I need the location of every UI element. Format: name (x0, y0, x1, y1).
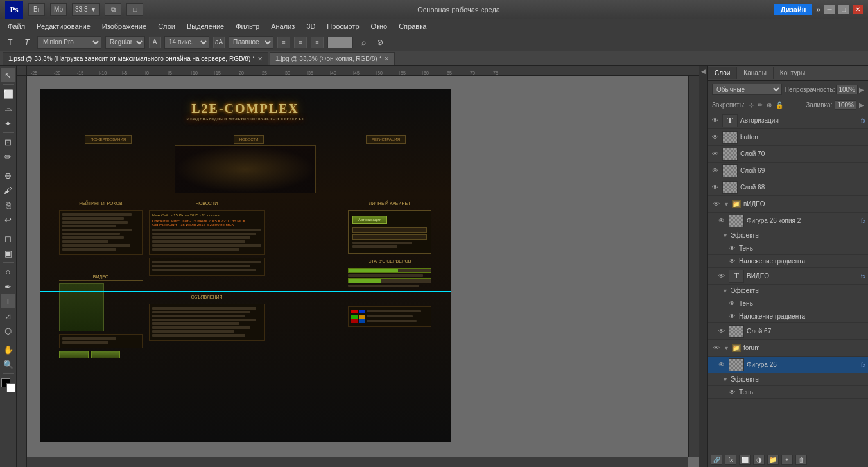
expand-icon[interactable]: » (816, 5, 820, 14)
group-arrow-video[interactable]: ▼ (724, 201, 729, 207)
lock-pos-icon[interactable]: ⊹ (749, 101, 754, 109)
lock-move-icon[interactable]: ⊕ (767, 101, 772, 109)
menu-edit[interactable]: Редактирование (31, 21, 96, 31)
fill-value[interactable]: 100% (835, 100, 856, 110)
layer-vis-video-group[interactable]: 👁 (712, 200, 721, 209)
tool-colors[interactable] (1, 378, 15, 392)
layer-new-btn[interactable]: + (781, 455, 793, 465)
layer-item-69[interactable]: 👁 Слой 69 (708, 163, 868, 179)
layer-style-btn[interactable]: fx (725, 455, 736, 465)
tool-move[interactable]: ↖ (1, 68, 15, 82)
tool-healing[interactable]: ⊕ (1, 168, 15, 182)
menu-view[interactable]: Просмотр (322, 21, 364, 31)
tool-eyedropper[interactable]: ✏ (1, 150, 15, 164)
menu-window[interactable]: Окно (366, 21, 393, 31)
layer-item-shadow-3[interactable]: 👁 Тень (708, 386, 868, 399)
layer-item-gradient-2[interactable]: 👁 Наложение градиента (708, 310, 868, 323)
panel-tab-paths[interactable]: Контуры (774, 67, 812, 79)
screen-btn[interactable]: □ (126, 3, 143, 16)
tool-lasso[interactable]: ⌓ (1, 101, 15, 116)
panel-tab-layers[interactable]: Слои (708, 67, 737, 79)
layer-item-video-text[interactable]: 👁 T ВИДЕО fx (708, 268, 868, 285)
layer-item-fig26[interactable]: 👁 Фигура 26 fx (708, 357, 868, 373)
layer-adj-btn[interactable]: ◑ (753, 455, 765, 465)
aa-select[interactable]: Плавное (229, 36, 273, 49)
effects-arrow-1[interactable]: ▼ (722, 233, 728, 239)
menu-analysis[interactable]: Анализ (266, 21, 300, 31)
close-btn[interactable]: ✕ (853, 5, 863, 14)
cancel-icon[interactable]: ⊘ (374, 36, 386, 49)
layer-item-authorization[interactable]: 👁 T Авторизация fx (708, 112, 868, 129)
font-family-select[interactable]: Minion Pro (37, 36, 101, 49)
menu-3d[interactable]: 3D (301, 21, 320, 31)
opacity-arrow[interactable]: ▶ (859, 86, 864, 93)
zoom-dropdown[interactable]: 33,3 ▼ (72, 3, 100, 16)
tool-pen[interactable]: ✒ (1, 279, 15, 294)
layer-mask-btn[interactable]: ⬜ (739, 455, 751, 465)
layer-vis-forum-group[interactable]: 👁 (712, 344, 721, 353)
layers-list[interactable]: 👁 T Авторизация fx 👁 button (708, 112, 868, 452)
doc-tab-1-close[interactable]: ✕ (257, 55, 263, 62)
tool-hand[interactable]: ✋ (1, 342, 15, 357)
tool-shape[interactable]: ⬡ (1, 324, 15, 338)
layer-vis-shadow-3[interactable]: 👁 (727, 388, 736, 397)
layer-vis-shadow-1[interactable]: 👁 (727, 244, 736, 253)
tool-stamp[interactable]: ⎘ (1, 198, 15, 212)
minibridge-btn[interactable]: Mb (50, 3, 67, 16)
tool-crop[interactable]: ⊡ (1, 135, 15, 149)
layer-vis-fig26c2[interactable]: 👁 (717, 216, 726, 225)
panel-tab-channels[interactable]: Каналы (737, 67, 774, 79)
menu-select[interactable]: Выделение (182, 21, 229, 31)
minimize-btn[interactable]: ─ (824, 5, 835, 14)
doc-tab-2[interactable]: 1.jpg @ 33,3% (Фон копия, RGB/8) * ✕ (270, 52, 395, 65)
align-left-btn[interactable]: ≡ (277, 37, 290, 48)
layer-vis-fig26[interactable]: 👁 (717, 360, 726, 369)
font-size-select[interactable]: 14 пикс. (164, 36, 209, 49)
layer-vis-68[interactable]: 👁 (711, 183, 720, 192)
canvas-content[interactable]: L2E-COMPLEX МЕЖДУНАРОДНЫЙ МУЛЬТИЛЕНГВАЛЬ… (27, 76, 699, 454)
group-arrow-forum[interactable]: ▼ (724, 345, 729, 351)
text-color-box[interactable] (327, 37, 353, 48)
layer-vis-69[interactable]: 👁 (711, 166, 720, 175)
layer-vis-video-text[interactable]: 👁 (717, 272, 726, 281)
menu-image[interactable]: Изображение (97, 21, 152, 31)
layer-item-fig26c2[interactable]: 👁 Фигура 26 копия 2 fx (708, 213, 868, 229)
menu-file[interactable]: Файл (3, 21, 30, 31)
tool-zoom[interactable]: 🔍 (1, 357, 15, 371)
layer-item-effects-3[interactable]: ▼ Эффекты (708, 373, 868, 386)
layer-vis-70[interactable]: 👁 (711, 150, 720, 159)
layer-item-67[interactable]: 👁 Слой 67 (708, 323, 868, 340)
canvas-image[interactable]: L2E-COMPLEX МЕЖДУНАРОДНЫЙ МУЛЬТИЛЕНГВАЛЬ… (40, 89, 451, 442)
layer-item-70[interactable]: 👁 Слой 70 (708, 146, 868, 163)
layer-item-video-group[interactable]: 👁 ▼ 📁 вИДЕО (708, 196, 868, 213)
opacity-value[interactable]: 100% (836, 85, 858, 94)
layer-delete-btn[interactable]: 🗑 (795, 455, 807, 465)
layer-item-shadow-1[interactable]: 👁 Тень (708, 242, 868, 255)
blend-mode-select[interactable]: Обычные (712, 84, 782, 95)
layer-link-btn[interactable]: 🔗 (711, 455, 722, 465)
tool-marquee[interactable]: ⬜ (1, 87, 15, 101)
layer-item-button[interactable]: 👁 button (708, 129, 868, 146)
maximize-btn[interactable]: □ (838, 5, 849, 14)
workspace-design-btn[interactable]: Дизайн (774, 4, 812, 15)
doc-tab-2-close[interactable]: ✕ (384, 55, 389, 62)
layer-item-effects-1[interactable]: ▼ Эффекты (708, 229, 868, 242)
effects-arrow-2[interactable]: ▼ (722, 288, 728, 294)
effects-arrow-3[interactable]: ▼ (722, 376, 728, 383)
doc-tab-1[interactable]: 1.psd @ 33,3% (Нагрузка зависит от макси… (3, 52, 268, 65)
bridge-btn[interactable]: Br (28, 3, 45, 16)
layer-vis-67[interactable]: 👁 (717, 327, 726, 336)
layer-vis-shadow-2[interactable]: 👁 (727, 299, 736, 308)
panel-collapse-btn[interactable]: ◀ (699, 66, 707, 467)
menu-layers[interactable]: Слои (153, 21, 180, 31)
tool-gradient[interactable]: ▣ (1, 246, 15, 260)
canvas-area[interactable]: -25 -20 -15 -10 -5 0 5 10 15 20 25 30 35… (17, 66, 699, 467)
canvas-hscroll[interactable] (27, 457, 688, 467)
align-right-btn[interactable]: ≡ (311, 37, 324, 48)
font-style-select[interactable]: Regular (105, 36, 145, 49)
tool-magic-wand[interactable]: ✦ (1, 116, 15, 130)
layer-item-effects-2[interactable]: ▼ Эффекты (708, 285, 868, 297)
layer-vis-gradient-1[interactable]: 👁 (727, 257, 736, 266)
layer-item-gradient-1[interactable]: 👁 Наложение градиента (708, 255, 868, 268)
warp-icon[interactable]: ⌕ (357, 36, 370, 49)
